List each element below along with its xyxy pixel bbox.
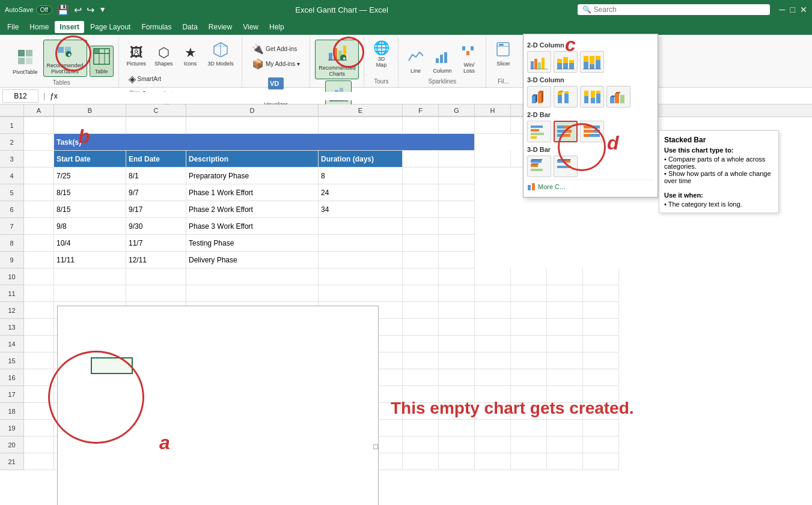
clustered-bar-btn[interactable] xyxy=(527,121,551,142)
pivot-table-button[interactable]: PivotTable xyxy=(10,47,41,77)
cell-H14[interactable] xyxy=(475,336,511,352)
cell-B9[interactable]: 11/11 xyxy=(54,252,126,268)
cell-G11[interactable] xyxy=(439,285,475,302)
cell-B5[interactable]: 8/15 xyxy=(54,184,126,201)
cell-F8[interactable] xyxy=(403,235,439,252)
menu-file[interactable]: File xyxy=(2,21,23,33)
cell-F4[interactable] xyxy=(403,168,439,184)
cell-H15[interactable] xyxy=(475,352,511,369)
recommended-charts-button[interactable]: ★ RecommendedCharts xyxy=(315,40,359,79)
cell-E7[interactable] xyxy=(319,218,403,235)
cell-G12[interactable] xyxy=(439,302,475,319)
cell-K16[interactable] xyxy=(583,369,619,386)
column-sparkline-button[interactable]: Column xyxy=(430,47,454,76)
cell-F20[interactable] xyxy=(403,437,439,453)
chart-resize-handle-right[interactable] xyxy=(373,444,378,449)
cell-A19[interactable] xyxy=(24,420,54,437)
slicer-button[interactable]: Slicer xyxy=(491,40,515,68)
cell-A9[interactable] xyxy=(24,252,54,268)
cell-F21[interactable] xyxy=(403,453,439,470)
cell-E9[interactable] xyxy=(319,252,403,268)
cell-B10[interactable] xyxy=(54,268,126,285)
3d-stacked-column-btn[interactable] xyxy=(554,86,578,107)
smartart-button[interactable]: ◈ SmartArt xyxy=(126,72,180,86)
cell-A20[interactable] xyxy=(24,437,54,453)
cell-G8[interactable] xyxy=(439,235,475,252)
col-header-H[interactable]: H xyxy=(475,104,511,116)
cell-H10[interactable] xyxy=(475,268,511,285)
quick-access-dropdown[interactable]: ▼ xyxy=(99,5,106,14)
cell-H21[interactable] xyxy=(475,453,511,470)
cell-I11[interactable] xyxy=(511,285,547,302)
cell-B7[interactable]: 9/8 xyxy=(54,218,126,235)
pictures-button[interactable]: 🖼 Pictures xyxy=(124,44,150,68)
cell-H16[interactable] xyxy=(475,369,511,386)
menu-page-layout[interactable]: Page Layout xyxy=(85,21,135,33)
cell-F16[interactable] xyxy=(403,369,439,386)
cell-K21[interactable] xyxy=(583,453,619,470)
cell-K20[interactable] xyxy=(583,437,619,453)
save-icon[interactable]: 💾 xyxy=(57,4,69,16)
cell-G14[interactable] xyxy=(439,336,475,352)
cell-B12-selected[interactable] xyxy=(91,357,133,374)
menu-help[interactable]: Help xyxy=(264,21,289,33)
cell-A13[interactable] xyxy=(24,319,54,336)
cell-A8[interactable] xyxy=(24,235,54,252)
my-addins-button[interactable]: 📦 My Add-ins ▾ xyxy=(249,57,302,71)
col-header-E[interactable]: E xyxy=(319,104,403,116)
cell-description-header[interactable]: Description xyxy=(186,151,319,168)
cell-G1[interactable] xyxy=(439,117,475,134)
search-bar[interactable]: 🔍 xyxy=(578,4,770,15)
line-sparkline-button[interactable]: Line xyxy=(403,47,427,76)
cell-G16[interactable] xyxy=(439,369,475,386)
cell-duration-header[interactable]: Duration (days) xyxy=(319,151,403,168)
cell-A5[interactable] xyxy=(24,184,54,201)
cell-K11[interactable] xyxy=(583,285,619,302)
cell-G5[interactable] xyxy=(439,184,475,201)
cell-H3[interactable] xyxy=(475,151,511,168)
cell-E8[interactable] xyxy=(319,235,403,252)
3d-100pct-column-btn[interactable] xyxy=(580,86,604,107)
cell-H12[interactable] xyxy=(475,302,511,319)
3d-clustered-bar-btn[interactable] xyxy=(527,156,551,177)
cell-F12[interactable] xyxy=(403,302,439,319)
recommended-pivot-button[interactable]: ★ RecommendedPivotTables xyxy=(43,40,87,77)
cell-B8[interactable]: 10/4 xyxy=(54,235,126,252)
cell-H20[interactable] xyxy=(475,437,511,453)
menu-formulas[interactable]: Formulas xyxy=(136,21,176,33)
undo-icon[interactable]: ↩ xyxy=(74,4,82,16)
cell-F13[interactable] xyxy=(403,319,439,336)
cell-D5[interactable]: Phase 1 Work Effort xyxy=(186,184,319,201)
cell-A7[interactable] xyxy=(24,218,54,235)
cell-J14[interactable] xyxy=(547,336,583,352)
cell-H19[interactable] xyxy=(475,420,511,437)
cell-F6[interactable] xyxy=(403,201,439,218)
col-header-D[interactable]: D xyxy=(186,104,319,116)
formula-input[interactable] xyxy=(60,92,810,100)
cell-B6[interactable]: 8/15 xyxy=(54,201,126,218)
cell-I19[interactable] xyxy=(511,420,547,437)
cell-F19[interactable] xyxy=(403,420,439,437)
cell-A10[interactable] xyxy=(24,268,54,285)
cell-G10[interactable] xyxy=(439,268,475,285)
menu-review[interactable]: Review xyxy=(204,21,237,33)
cell-K19[interactable] xyxy=(583,420,619,437)
icons-button[interactable]: ★ Icons xyxy=(179,44,203,68)
cell-E10[interactable] xyxy=(319,268,403,285)
100pct-stacked-bar-btn[interactable] xyxy=(580,121,604,142)
cell-G6[interactable] xyxy=(439,201,475,218)
cell-E11[interactable] xyxy=(319,285,403,302)
3d-map-button[interactable]: 🌐 3DMap xyxy=(369,40,393,70)
cell-A11[interactable] xyxy=(24,285,54,302)
cell-I12[interactable] xyxy=(511,302,547,319)
cell-I20[interactable] xyxy=(511,437,547,453)
close-icon[interactable]: ✕ xyxy=(800,5,807,14)
cell-B11[interactable] xyxy=(54,285,126,302)
3d-stacked-bar-btn[interactable] xyxy=(554,156,578,177)
cell-H13[interactable] xyxy=(475,319,511,336)
cell-D4[interactable]: Preparatory Phase xyxy=(186,168,319,184)
cell-C8[interactable]: 11/7 xyxy=(126,235,186,252)
cell-G7[interactable] xyxy=(439,218,475,235)
autosave-toggle[interactable]: Off xyxy=(36,5,52,14)
col-header-G[interactable]: G xyxy=(439,104,475,116)
